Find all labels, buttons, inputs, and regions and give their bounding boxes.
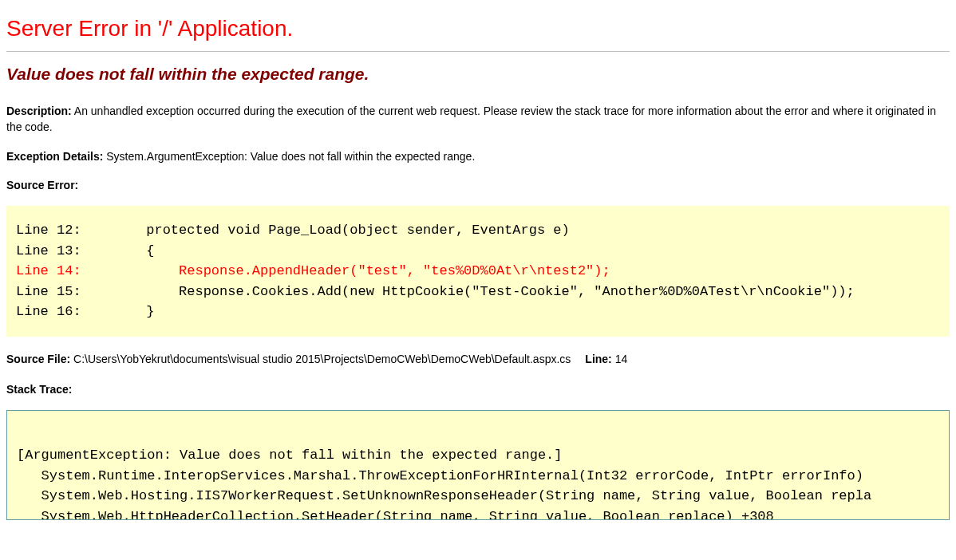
- divider: [6, 51, 950, 52]
- stack-trace-label-section: Stack Trace:: [6, 381, 950, 397]
- source-line: Line 14: Response.AppendHeader("test", "…: [16, 261, 940, 282]
- source-code-box: Line 12: protected void Page_Load(object…: [6, 206, 950, 337]
- description-section: Description: An unhandled exception occu…: [6, 103, 950, 136]
- source-file-section: Source File: C:\Users\YobYekrut\document…: [6, 353, 950, 365]
- line-number: 14: [612, 353, 627, 365]
- source-file-path: C:\Users\YobYekrut\documents\visual stud…: [70, 353, 571, 365]
- line-label: Line:: [585, 353, 611, 365]
- exception-section: Exception Details: System.ArgumentExcept…: [6, 148, 950, 164]
- source-line: Line 16: }: [16, 302, 940, 322]
- source-line: Line 15: Response.Cookies.Add(new HttpCo…: [16, 282, 940, 302]
- source-line: Line 12: protected void Page_Load(object…: [16, 220, 940, 241]
- description-text: An unhandled exception occurred during t…: [6, 105, 936, 133]
- stack-trace-label: Stack Trace:: [6, 383, 73, 396]
- source-error-label: Source Error:: [6, 179, 78, 191]
- source-file-label: Source File:: [6, 353, 70, 365]
- source-line: Line 13: {: [16, 241, 940, 262]
- source-error-label-section: Source Error:: [6, 177, 950, 193]
- description-label: Description:: [6, 105, 72, 117]
- stack-trace-box: [ArgumentException: Value does not fall …: [6, 410, 950, 520]
- page-title: Server Error in '/' Application.: [6, 16, 950, 41]
- exception-label: Exception Details:: [6, 150, 103, 163]
- exception-text: System.ArgumentException: Value does not…: [103, 150, 475, 163]
- error-subtitle: Value does not fall within the expected …: [6, 65, 950, 84]
